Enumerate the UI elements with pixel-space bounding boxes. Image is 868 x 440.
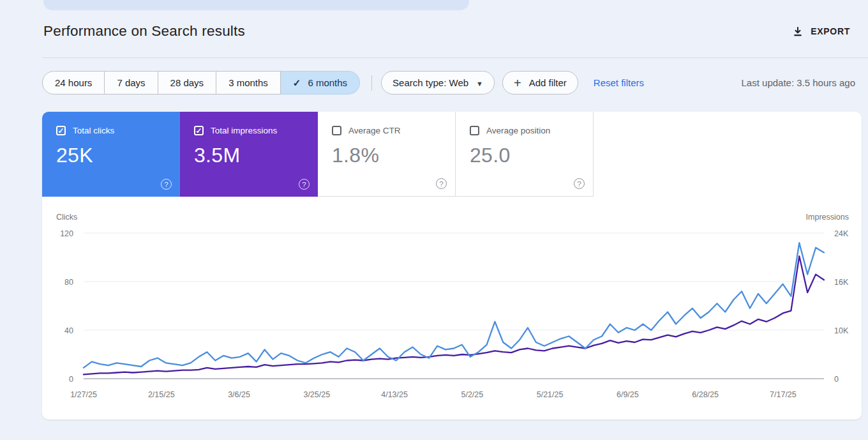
metric-value: 25K xyxy=(56,144,180,167)
x-axis-tick: 5/21/25 xyxy=(537,390,564,399)
left-axis-tick: 40 xyxy=(64,326,73,335)
x-axis-tick: 3/6/25 xyxy=(228,390,250,399)
search-type-label: Search type: Web xyxy=(393,77,468,88)
left-axis-tick: 0 xyxy=(69,375,73,384)
metric-value: 25.0 xyxy=(470,144,593,167)
right-axis-title: Impressions xyxy=(806,213,849,222)
download-icon xyxy=(792,26,804,37)
help-icon[interactable]: ? xyxy=(574,178,585,189)
performance-chart[interactable]: 12024K8016K4010K00ClicksImpressions1/27/… xyxy=(42,197,862,420)
chart-svg: 12024K8016K4010K00ClicksImpressions1/27/… xyxy=(42,197,862,420)
metric-value: 3.5M xyxy=(194,144,318,167)
search-bar-bottom-edge xyxy=(43,0,469,10)
x-axis-tick: 7/17/25 xyxy=(770,390,797,399)
check-icon: ✓ xyxy=(57,127,64,135)
plus-icon: + xyxy=(514,77,521,89)
metric-checkbox[interactable]: ✓ xyxy=(56,126,66,135)
date-range-7-days[interactable]: ✓7 days xyxy=(105,71,158,95)
right-axis-tick: 10K xyxy=(834,326,849,335)
left-axis-title: Clicks xyxy=(56,213,77,222)
last-update-text: Last update: 3.5 hours ago xyxy=(742,77,855,88)
date-range-6-months[interactable]: ✓6 months xyxy=(281,71,360,95)
x-axis-tick: 3/25/25 xyxy=(303,390,330,399)
export-label: EXPORT xyxy=(811,26,850,36)
add-filter-label: Add filter xyxy=(529,77,567,88)
chip-label: 6 months xyxy=(308,77,347,88)
left-axis-tick: 80 xyxy=(64,278,73,287)
search-type-dropdown[interactable]: Search type: Web ▼ xyxy=(381,71,495,95)
toolbar-separator xyxy=(371,75,372,91)
metric-label: Average CTR xyxy=(348,126,401,135)
check-icon: ✓ xyxy=(195,127,202,135)
help-icon[interactable]: ? xyxy=(436,178,447,189)
metric-cards: ✓ Total clicks 25K ? ✓ Total impressions… xyxy=(42,112,862,197)
x-axis-tick: 6/28/25 xyxy=(692,390,719,399)
metric-label: Average position xyxy=(486,126,550,135)
x-axis-tick: 6/9/25 xyxy=(617,390,639,399)
performance-panel: ✓ Total clicks 25K ? ✓ Total impressions… xyxy=(42,112,862,420)
right-axis-tick: 24K xyxy=(834,229,849,238)
date-range-group: ✓24 hours ✓7 days ✓28 days ✓3 months ✓6 … xyxy=(42,71,360,95)
chevron-down-icon: ▼ xyxy=(476,80,483,87)
metric-card-average-ctr[interactable]: ✓ Average CTR 1.8% ? xyxy=(318,112,456,197)
page-title: Performance on Search results xyxy=(43,23,245,40)
metric-label: Total clicks xyxy=(73,126,114,135)
x-axis-tick: 5/2/25 xyxy=(461,390,483,399)
date-range-24-hours[interactable]: ✓24 hours xyxy=(42,71,105,95)
chip-label: 3 months xyxy=(228,77,268,88)
metric-checkbox[interactable]: ✓ xyxy=(332,126,341,135)
metric-checkbox[interactable]: ✓ xyxy=(194,126,204,135)
add-filter-button[interactable]: + Add filter xyxy=(502,71,578,95)
x-axis-tick: 1/27/25 xyxy=(70,390,97,399)
metric-label: Total impressions xyxy=(211,126,277,135)
metric-checkbox[interactable]: ✓ xyxy=(470,126,479,135)
filter-toolbar: ✓24 hours ✓7 days ✓28 days ✓3 months ✓6 … xyxy=(0,58,868,95)
x-axis-tick: 4/13/25 xyxy=(381,390,408,399)
help-icon[interactable]: ? xyxy=(299,179,310,190)
date-range-28-days[interactable]: ✓28 days xyxy=(158,71,217,95)
chip-label: 28 days xyxy=(170,77,204,88)
right-axis-tick: 16K xyxy=(834,278,849,287)
chip-label: 7 days xyxy=(117,77,145,88)
help-icon[interactable]: ? xyxy=(161,179,172,190)
total-clicks-line xyxy=(84,243,824,368)
chip-label: 24 hours xyxy=(55,77,92,88)
reset-filters-link[interactable]: Reset filters xyxy=(594,77,644,88)
metric-value: 1.8% xyxy=(332,144,455,167)
right-axis-tick: 0 xyxy=(834,375,839,384)
total-impressions-line xyxy=(84,256,824,374)
left-axis-tick: 120 xyxy=(60,229,73,238)
date-range-3-months[interactable]: ✓3 months xyxy=(216,71,281,95)
x-axis-tick: 2/15/25 xyxy=(148,390,175,399)
metric-card-total-clicks[interactable]: ✓ Total clicks 25K ? xyxy=(42,112,180,197)
metric-card-total-impressions[interactable]: ✓ Total impressions 3.5M ? xyxy=(180,112,318,197)
check-icon: ✓ xyxy=(293,77,301,89)
metric-card-average-position[interactable]: ✓ Average position 25.0 ? xyxy=(456,112,594,197)
export-button[interactable]: EXPORT xyxy=(788,25,854,38)
